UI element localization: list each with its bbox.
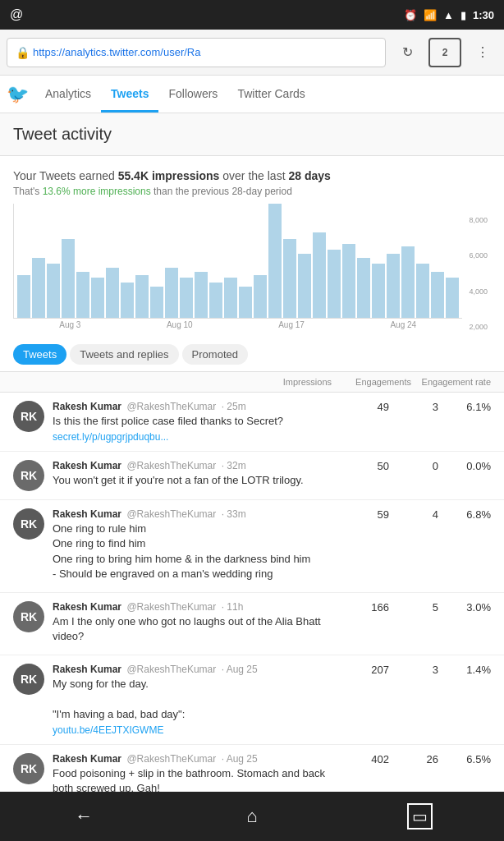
- tweet-author-handle: @RakeshTheKumar: [126, 601, 216, 613]
- tweet-text-line: - Should be engraved on a man's wedding …: [53, 568, 273, 580]
- tweet-text-line: Food poisoning + slip in the bathroom. S…: [53, 767, 325, 794]
- chart-bar: [283, 239, 296, 318]
- filter-tweets-replies[interactable]: Tweets and replies: [70, 344, 178, 365]
- chart-bar: [357, 258, 370, 318]
- filter-promoted[interactable]: Promoted: [182, 344, 248, 365]
- chart-bar: [387, 254, 400, 318]
- chart-bar: [446, 278, 459, 318]
- status-bar-right: ⏰ 📶 ▲ ▮ 1:30: [404, 9, 494, 21]
- col-header-rate: Engagement rate: [411, 377, 491, 387]
- tweet-impressions: 49: [340, 401, 389, 413]
- tweet-author-name: Rakesh Kumar: [53, 601, 121, 613]
- tweet-text-line: One ring to rule him: [53, 522, 146, 535]
- tweet-link[interactable]: secret.ly/p/ugpgrjpduqbu...: [53, 431, 340, 443]
- table-row[interactable]: RK Rakesh Kumar @RakeshTheKumar · 11h Am…: [0, 593, 504, 655]
- tweet-author-name: Rakesh Kumar: [53, 401, 121, 412]
- table-row[interactable]: RK Rakesh Kumar @RakeshTheKumar · 25m Is…: [0, 393, 504, 452]
- avatar: RK: [13, 601, 44, 632]
- home-icon: ⌂: [246, 806, 257, 827]
- col-header-engagements: Engagements: [332, 377, 411, 387]
- tweet-author-name: Rakesh Kumar: [53, 664, 121, 675]
- avatar: RK: [13, 508, 44, 540]
- tweet-author-handle: @RakeshTheKumar: [126, 401, 216, 412]
- tweet-text: My song for the day."I'm having a bad, b…: [53, 677, 340, 722]
- url-bar[interactable]: 🔒 https://analytics.twitter.com/user/Ra: [7, 38, 386, 67]
- tweet-link[interactable]: youtu.be/4EEJTXIGWME: [53, 724, 340, 736]
- url-text: https://analytics.twitter.com/user/Ra: [33, 46, 200, 58]
- tab-count: 2: [442, 47, 448, 58]
- avatar: RK: [13, 753, 44, 784]
- home-button[interactable]: ⌂: [227, 800, 277, 833]
- chart-area: Aug 3 Aug 10 Aug 17 Aug 24 8,000 6,000 4…: [0, 204, 504, 338]
- tweet-text-line: One ring to find him: [53, 537, 145, 549]
- table-header: Impressions Engagements Engagement rate: [0, 372, 504, 393]
- filter-tabs: Tweets Tweets and replies Promoted: [0, 338, 504, 372]
- chart-bar: [47, 264, 60, 318]
- y-label-3: 4,000: [469, 287, 488, 296]
- tweet-text: Am I the only one who got no laughs out …: [53, 614, 340, 644]
- impressions-days: 28 days: [288, 169, 330, 182]
- refresh-button[interactable]: ↻: [392, 38, 422, 67]
- chart-bar: [32, 258, 45, 318]
- tab-twitter-cards[interactable]: Twitter Cards: [227, 77, 314, 113]
- impressions-line: Your Tweets earned 55.4K impressions ove…: [13, 169, 491, 182]
- tweet-rate: 6.5%: [438, 753, 491, 765]
- tweet-text-line: Is this the first police case filed than…: [53, 415, 283, 427]
- tweet-text-line: "I'm having a bad, bad day":: [53, 708, 185, 720]
- table-row[interactable]: RK Rakesh Kumar @RakeshTheKumar · 33m On…: [0, 500, 504, 593]
- tab-followers[interactable]: Followers: [158, 77, 227, 113]
- chart-bar: [416, 264, 429, 318]
- tab-analytics[interactable]: Analytics: [35, 77, 101, 113]
- tweet-content: Rakesh Kumar @RakeshTheKumar · 11h Am I …: [53, 601, 340, 646]
- page-title: Tweet activity: [13, 125, 491, 144]
- signal-icon: ▲: [443, 9, 454, 21]
- back-icon: ←: [75, 806, 93, 827]
- table-row[interactable]: RK Rakesh Kumar @RakeshTheKumar · Aug 25…: [0, 655, 504, 745]
- tweet-meta: Rakesh Kumar @RakeshTheKumar · 33m: [53, 508, 340, 520]
- tab-tweets[interactable]: Tweets: [101, 77, 158, 113]
- refresh-icon: ↻: [402, 44, 413, 60]
- recents-button[interactable]: ▭: [396, 800, 445, 833]
- tweet-meta: Rakesh Kumar @RakeshTheKumar · 25m: [53, 401, 340, 412]
- tweet-time: · 32m: [222, 460, 246, 471]
- tweet-time: · Aug 25: [222, 753, 258, 765]
- more-button[interactable]: ⋮: [468, 38, 497, 67]
- avatar: RK: [13, 460, 44, 491]
- chart-bar: [121, 283, 134, 318]
- tweet-stats: 207 3 1.4%: [340, 664, 491, 676]
- tweet-text: Is this the first police case filed than…: [53, 414, 340, 429]
- tweet-impressions: 50: [340, 460, 389, 472]
- tab-count-button[interactable]: 2: [428, 38, 461, 67]
- tweet-impressions: 402: [340, 753, 389, 765]
- tweet-engagements: 0: [389, 460, 438, 472]
- tweet-rate: 6.8%: [438, 508, 491, 521]
- tweet-author-name: Rakesh Kumar: [53, 508, 121, 520]
- table-row[interactable]: RK Rakesh Kumar @RakeshTheKumar · 32m Yo…: [0, 452, 504, 500]
- tweet-engagements: 26: [389, 753, 438, 765]
- tweet-impressions: 166: [340, 601, 389, 614]
- col-header-impressions: Impressions: [252, 377, 332, 387]
- tweet-meta: Rakesh Kumar @RakeshTheKumar · Aug 25: [53, 664, 340, 675]
- tweet-content: Rakesh Kumar @RakeshTheKumar · 25m Is th…: [53, 401, 340, 443]
- chart-label-4: Aug 24: [390, 320, 416, 329]
- tweet-author-handle: @RakeshTheKumar: [126, 508, 216, 520]
- battery-icon: ▮: [460, 9, 466, 21]
- back-button[interactable]: ←: [59, 800, 108, 833]
- tweet-time: · 11h: [222, 601, 244, 613]
- chart-label-2: Aug 10: [167, 320, 193, 329]
- tweet-meta: Rakesh Kumar @RakeshTheKumar · 11h: [53, 601, 340, 613]
- filter-tweets[interactable]: Tweets: [13, 344, 66, 365]
- tweet-stats: 49 3 6.1%: [340, 401, 491, 413]
- chart-bar: [328, 250, 341, 318]
- chart-bar: [180, 278, 193, 318]
- chart-bar: [239, 287, 252, 318]
- col-header-tweet: [13, 377, 252, 387]
- browser-bar: 🔒 https://analytics.twitter.com/user/Ra …: [0, 30, 504, 76]
- impressions-sub: That's 13.6% more impressions than the p…: [13, 186, 491, 197]
- sub-growth: 13.6% more impressions: [43, 186, 151, 197]
- page-title-bar: Tweet activity: [0, 113, 504, 156]
- avatar: RK: [13, 664, 44, 695]
- tweet-time: · 33m: [222, 508, 246, 520]
- tweet-text-line: Am I the only one who got no laughs out …: [53, 615, 321, 642]
- tweet-stats: 59 4 6.8%: [340, 508, 491, 521]
